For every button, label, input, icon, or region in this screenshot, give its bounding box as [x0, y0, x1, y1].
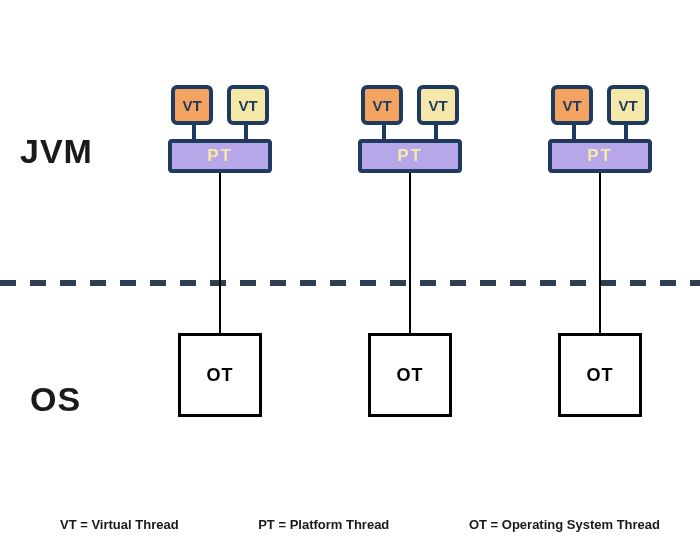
virtual-thread-box: VT: [171, 85, 213, 125]
vt-pt-connector: [550, 125, 650, 139]
virtual-thread-box: VT: [417, 85, 459, 125]
platform-thread-box: PT: [548, 139, 652, 173]
os-thread-box: OT: [558, 333, 642, 417]
legend-vt: VT = Virtual Thread: [60, 517, 179, 532]
pt-ot-connector: [409, 173, 411, 333]
thread-unit: VT VT PT OT: [520, 85, 680, 417]
platform-thread-box: PT: [358, 139, 462, 173]
legend-pt: PT = Platform Thread: [258, 517, 389, 532]
os-thread-box: OT: [368, 333, 452, 417]
jvm-layer-label: JVM: [20, 132, 93, 171]
thread-unit: VT VT PT OT: [330, 85, 490, 417]
pt-ot-connector: [599, 173, 601, 333]
thread-columns: VT VT PT OT VT VT PT OT VT VT PT OT: [140, 85, 680, 417]
legend: VT = Virtual Thread PT = Platform Thread…: [60, 517, 660, 532]
pt-ot-connector: [219, 173, 221, 333]
virtual-thread-box: VT: [361, 85, 403, 125]
vt-row: VT VT: [361, 85, 459, 125]
virtual-thread-box: VT: [607, 85, 649, 125]
vt-row: VT VT: [171, 85, 269, 125]
legend-ot: OT = Operating System Thread: [469, 517, 660, 532]
vt-pt-connector: [360, 125, 460, 139]
thread-unit: VT VT PT OT: [140, 85, 300, 417]
vt-pt-connector: [170, 125, 270, 139]
platform-thread-box: PT: [168, 139, 272, 173]
os-thread-box: OT: [178, 333, 262, 417]
virtual-thread-box: VT: [551, 85, 593, 125]
os-layer-label: OS: [30, 380, 81, 419]
vt-row: VT VT: [551, 85, 649, 125]
virtual-thread-box: VT: [227, 85, 269, 125]
